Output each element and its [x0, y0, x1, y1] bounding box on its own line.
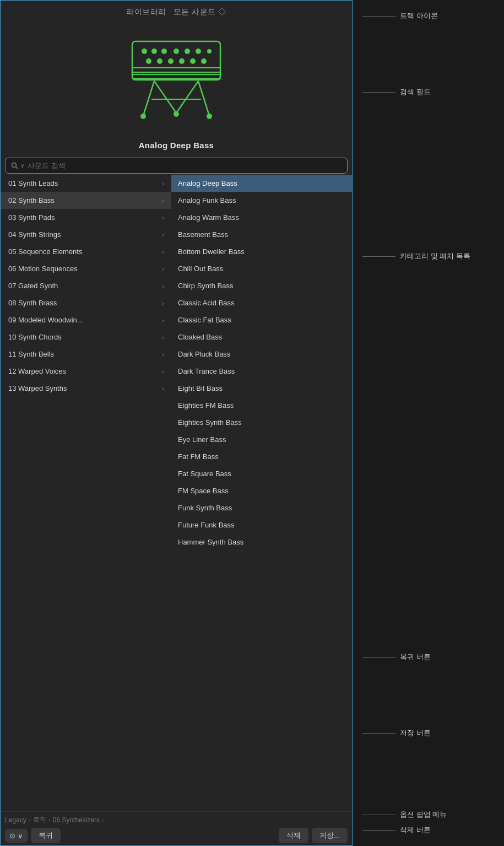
- options-popup-label: 옵션 팝업 메뉴: [400, 810, 447, 820]
- svg-line-16: [154, 81, 176, 113]
- instrument-area: Analog Deep Bass: [1, 20, 352, 158]
- svg-point-4: [174, 49, 179, 54]
- svg-point-5: [185, 49, 190, 54]
- patch-item[interactable]: Basement Bass: [171, 226, 352, 243]
- breadcrumb-part[interactable]: 06 Synthesizers: [53, 816, 100, 824]
- svg-rect-15: [132, 74, 220, 79]
- category-item[interactable]: 12 Warped Voices›: [1, 363, 171, 380]
- lists-area: 01 Synth Leads›02 Synth Bass›03 Synth Pa…: [1, 174, 352, 811]
- revert-button-label: 복귀 버튼: [400, 652, 431, 662]
- patch-item[interactable]: Dark Trance Bass: [171, 363, 352, 380]
- patch-list[interactable]: Analog Deep BassAnalog Funk BassAnalog W…: [171, 174, 352, 811]
- track-icon-annotation: 트랙 아이콘: [362, 11, 494, 21]
- revert-button-annotation: 복귀 버튼: [362, 652, 494, 662]
- category-item[interactable]: 13 Warped Synths›: [1, 380, 171, 397]
- svg-point-9: [157, 58, 162, 64]
- patch-item[interactable]: Chill Out Bass: [171, 260, 352, 277]
- svg-point-2: [151, 49, 157, 54]
- options-popup-button[interactable]: ⊙ ∨: [5, 829, 28, 843]
- breadcrumb-separator: ›: [48, 816, 51, 824]
- category-list[interactable]: 01 Synth Leads›02 Synth Bass›03 Synth Pa…: [1, 174, 171, 811]
- track-icon-label: 트랙 아이콘: [400, 11, 438, 21]
- breadcrumb-part[interactable]: Legacy: [5, 816, 26, 824]
- annotation-panel: 트랙 아이콘 검색 필드 카테고리 및 패치 목록 복귀 버튼 저장 버튼 옵션…: [353, 0, 504, 846]
- revert-button[interactable]: 복귀: [31, 828, 61, 843]
- category-item[interactable]: 05 Sequence Elements›: [1, 243, 171, 260]
- svg-point-22: [207, 114, 212, 119]
- synth-svg-icon: [121, 30, 231, 135]
- search-field-label: 검색 필드: [400, 87, 431, 97]
- patch-item[interactable]: Eye Liner Bass: [171, 431, 352, 448]
- patch-item[interactable]: Classic Fat Bass: [171, 311, 352, 328]
- all-sounds-label[interactable]: 모든 사운드 ◇: [174, 7, 226, 16]
- patch-item[interactable]: FM Space Bass: [171, 482, 352, 499]
- category-patch-annotation: 카테고리 및 패치 목록: [362, 251, 494, 261]
- patch-item[interactable]: Analog Warm Bass: [171, 209, 352, 226]
- category-item[interactable]: 02 Synth Bass›: [1, 192, 171, 209]
- svg-point-13: [201, 58, 207, 64]
- delete-button-annotation: 삭제 버튼: [362, 825, 494, 835]
- patch-item[interactable]: Chirp Synth Bass: [171, 277, 352, 294]
- save-button-annotation: 저장 버튼: [362, 728, 494, 738]
- search-bar[interactable]: ∨: [5, 158, 348, 174]
- patch-item[interactable]: Eighties Synth Bass: [171, 414, 352, 431]
- category-item[interactable]: 10 Synth Chords›: [1, 328, 171, 346]
- category-item[interactable]: 08 Synth Brass›: [1, 294, 171, 311]
- svg-point-12: [190, 58, 196, 64]
- category-item[interactable]: 01 Synth Leads›: [1, 175, 171, 192]
- patch-item[interactable]: Eight Bit Bass: [171, 380, 352, 397]
- delete-button-label: 삭제 버튼: [400, 825, 431, 835]
- footer: Legacy › 로직 › 06 Synthesizers › ⊙ ∨ 복귀 삭…: [1, 811, 352, 845]
- patch-item[interactable]: Bottom Dweller Bass: [171, 243, 352, 260]
- svg-point-11: [179, 58, 185, 64]
- main-panel: 라이브러리 모든 사운드 ◇: [0, 0, 353, 846]
- patch-item[interactable]: Fat FM Bass: [171, 448, 352, 465]
- library-label: 라이브러리: [126, 7, 166, 16]
- patch-item[interactable]: Eighties FM Bass: [171, 397, 352, 414]
- patch-item[interactable]: Cloaked Bass: [171, 328, 352, 346]
- svg-point-3: [161, 49, 167, 54]
- search-icon: ∨: [11, 162, 24, 169]
- patch-item[interactable]: Funk Synth Bass: [171, 499, 352, 516]
- patch-item[interactable]: Analog Funk Bass: [171, 192, 352, 209]
- category-item[interactable]: 07 Gated Synth›: [1, 277, 171, 294]
- svg-point-10: [168, 58, 174, 64]
- category-patch-label: 카테고리 및 패치 목록: [400, 251, 470, 261]
- search-input[interactable]: [28, 161, 342, 170]
- patch-item[interactable]: Future Funk Bass: [171, 516, 352, 534]
- svg-line-17: [176, 81, 198, 113]
- breadcrumb-separator: ›: [102, 816, 104, 824]
- svg-point-21: [140, 114, 146, 119]
- category-item[interactable]: 06 Motion Sequences›: [1, 260, 171, 277]
- svg-rect-14: [132, 68, 220, 72]
- svg-point-8: [146, 58, 151, 64]
- delete-button[interactable]: 삭제: [279, 828, 308, 843]
- svg-point-6: [196, 49, 201, 54]
- patch-item[interactable]: Fat Square Bass: [171, 465, 352, 482]
- svg-point-1: [142, 49, 147, 54]
- patch-item[interactable]: Hammer Synth Bass: [171, 534, 352, 551]
- options-popup-annotation: 옵션 팝업 메뉴: [362, 810, 494, 820]
- breadcrumb: Legacy › 로직 › 06 Synthesizers ›: [5, 815, 348, 825]
- svg-point-24: [12, 163, 17, 168]
- breadcrumb-part[interactable]: 로직: [33, 815, 46, 825]
- svg-point-7: [207, 49, 212, 53]
- patch-item[interactable]: Classic Acid Bass: [171, 294, 352, 311]
- save-button-label: 저장 버튼: [400, 728, 431, 738]
- search-field-annotation: 검색 필드: [362, 87, 494, 97]
- category-item[interactable]: 04 Synth Strings›: [1, 226, 171, 243]
- category-item[interactable]: 09 Modeled Woodwin...›: [1, 311, 171, 328]
- svg-line-19: [198, 81, 209, 116]
- svg-line-25: [16, 167, 18, 169]
- svg-line-18: [143, 81, 154, 116]
- instrument-name: Analog Deep Bass: [139, 141, 214, 150]
- save-button[interactable]: 저장...: [312, 828, 348, 843]
- svg-point-20: [174, 111, 179, 117]
- patch-item[interactable]: Dark Pluck Bass: [171, 346, 352, 363]
- category-item[interactable]: 03 Synth Pads›: [1, 209, 171, 226]
- breadcrumb-separator: ›: [29, 816, 31, 824]
- patch-item[interactable]: Analog Deep Bass: [171, 175, 352, 192]
- header: 라이브러리 모든 사운드 ◇: [1, 1, 352, 20]
- category-item[interactable]: 11 Synth Bells›: [1, 346, 171, 363]
- footer-buttons: ⊙ ∨ 복귀 삭제 저장...: [5, 828, 348, 843]
